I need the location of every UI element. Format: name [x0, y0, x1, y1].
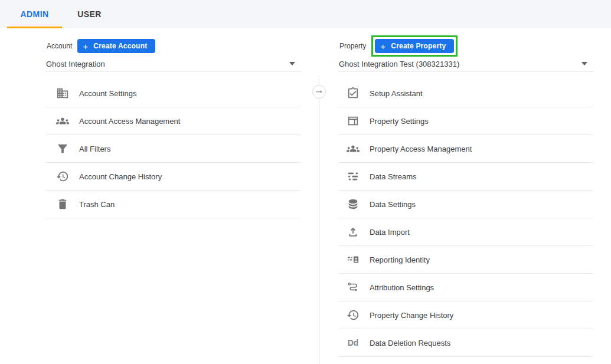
create-property-button-label: Create Property [391, 42, 446, 50]
groups-icon [346, 142, 360, 156]
column-divider [319, 78, 319, 364]
menu-item-all-filters[interactable]: All Filters [45, 135, 301, 163]
menu-item-label: Property Settings [370, 117, 429, 126]
create-account-button-label: Create Account [93, 42, 147, 50]
reporting-identity-icon [346, 252, 360, 267]
history-icon [55, 169, 70, 183]
account-header: Account + Create Account [45, 35, 301, 57]
upload-icon [346, 225, 360, 239]
highlight-annotation: + Create Property [371, 35, 458, 57]
menu-item-label: Property Change History [370, 311, 453, 320]
menu-item-reporting-identity[interactable]: Reporting Identity [338, 246, 593, 274]
dd-icon: Dd [346, 336, 360, 350]
property-selector[interactable]: Ghost Integration Test (308321331) [338, 57, 593, 71]
plus-icon: + [83, 42, 88, 51]
menu-item-label: Data Settings [370, 200, 416, 209]
menu-item-label: All Filters [79, 145, 110, 153]
account-column: Account + Create Account Ghost Integrati… [45, 35, 301, 218]
data-streams-icon [346, 169, 360, 183]
menu-item-attribution-settings[interactable]: Attribution Settings [338, 274, 593, 301]
tab-admin-label: ADMIN [21, 9, 49, 19]
menu-item-account-settings[interactable]: Account Settings [45, 80, 301, 107]
tab-admin[interactable]: ADMIN [7, 0, 62, 28]
filter-icon [55, 142, 70, 156]
menu-item-label: Data Streams [370, 172, 416, 181]
active-tab-underline [7, 27, 62, 28]
groups-icon [55, 114, 70, 128]
create-account-button[interactable]: + Create Account [77, 39, 155, 53]
setup-assistant-icon [346, 86, 360, 100]
account-selector-value: Ghost Integration [45, 60, 105, 68]
menu-item-label: Data Import [370, 228, 410, 237]
trash-icon [55, 197, 70, 211]
arrow-right-icon [315, 87, 324, 96]
menu-item-data-deletion-requests[interactable]: Dd Data Deletion Requests [338, 329, 593, 357]
menu-item-label: Data Deletion Requests [370, 339, 450, 347]
menu-item-label: Setup Assistant [370, 89, 423, 98]
property-selector-value: Ghost Integration Test (308321331) [338, 60, 459, 68]
menu-item-setup-assistant[interactable]: Setup Assistant [338, 80, 593, 107]
column-arrow-button[interactable] [312, 85, 326, 99]
property-settings-icon [346, 114, 360, 128]
create-property-button[interactable]: + Create Property [375, 39, 454, 53]
menu-item-label: Property Access Management [370, 145, 472, 153]
property-header: Property + Create Property [338, 35, 593, 57]
menu-item-label: Reporting Identity [370, 255, 430, 264]
tab-user-label: USER [77, 9, 102, 19]
menu-item-label: Account Settings [79, 89, 137, 98]
menu-item-account-access-management[interactable]: Account Access Management [45, 107, 301, 135]
route-icon [346, 280, 360, 294]
menu-item-label: Trash Can [79, 200, 115, 209]
menu-item-data-import[interactable]: Data Import [338, 218, 593, 246]
menu-item-data-settings[interactable]: Data Settings [338, 191, 593, 218]
tab-user[interactable]: USER [62, 0, 117, 28]
dropdown-caret-icon [289, 62, 295, 65]
account-menu: Account Settings Account Access Manageme… [45, 80, 301, 218]
menu-item-label: Attribution Settings [370, 283, 434, 292]
admin-user-tabbar: ADMIN USER [0, 0, 611, 28]
menu-item-property-settings[interactable]: Property Settings [338, 107, 593, 135]
account-selector[interactable]: Ghost Integration [45, 57, 301, 71]
property-column: Property + Create Property Ghost Integra… [338, 35, 593, 357]
property-label: Property [338, 42, 366, 50]
menu-item-label: Account Access Management [79, 117, 180, 126]
account-label: Account [45, 42, 72, 50]
plus-icon: + [380, 42, 385, 51]
menu-item-data-streams[interactable]: Data Streams [338, 163, 593, 191]
building-icon [55, 86, 70, 100]
history-icon [346, 308, 360, 322]
menu-item-property-access-management[interactable]: Property Access Management [338, 135, 593, 163]
property-menu: Setup Assistant Property Settings Proper… [338, 80, 593, 357]
database-icon [346, 197, 360, 211]
menu-item-trash-can[interactable]: Trash Can [45, 191, 301, 218]
menu-item-property-change-history[interactable]: Property Change History [338, 301, 593, 329]
dropdown-caret-icon [581, 62, 587, 65]
menu-item-label: Account Change History [79, 172, 162, 181]
menu-item-account-change-history[interactable]: Account Change History [45, 163, 301, 191]
